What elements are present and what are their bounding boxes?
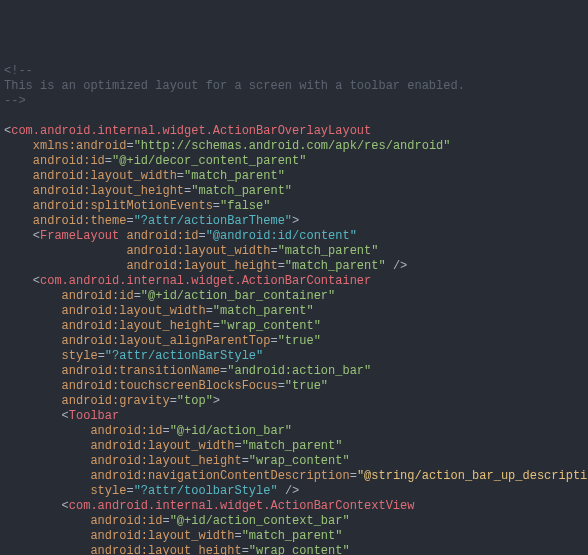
attr-val: "http://schemas.android.com/apk/res/andr… — [134, 139, 451, 153]
attr-name: android:layout_height — [90, 544, 241, 555]
tag-open: com.android.internal.widget.ActionBarCon… — [69, 499, 415, 513]
attr-name: android:layout_width — [90, 439, 234, 453]
attr-name: android:id — [62, 289, 134, 303]
attr-name: android:layout_height — [126, 259, 277, 273]
attr-name: android:id — [90, 514, 162, 528]
attr-val: "wrap_content" — [249, 544, 350, 555]
attr-name: android:layout_width — [62, 304, 206, 318]
attr-name: android:gravity — [62, 394, 170, 408]
attr-name: android:layout_alignParentTop — [62, 334, 271, 348]
attr-name: android:theme — [33, 214, 127, 228]
attr-name: android:layout_height — [90, 454, 241, 468]
attr-val: "@android:id/content" — [206, 229, 357, 243]
attr-name: android:splitMotionEvents — [33, 199, 213, 213]
tag-open: FrameLayout — [40, 229, 119, 243]
attr-val: "true" — [278, 334, 321, 348]
tag-open: com.android.internal.widget.ActionBarOve… — [11, 124, 371, 138]
attr-val: "match_parent" — [191, 184, 292, 198]
attr-val: "match_parent" — [285, 259, 386, 273]
attr-val: "?attr/actionBarStyle" — [105, 349, 263, 363]
attr-val: "@+id/action_context_bar" — [170, 514, 350, 528]
attr-name: android:layout_height — [33, 184, 184, 198]
attr-val: "?attr/toolbarStyle" — [134, 484, 278, 498]
attr-val: "top" — [177, 394, 213, 408]
comment-line: <!-- — [4, 64, 33, 78]
attr-val: "match_parent" — [278, 244, 379, 258]
attr-name: android:transitionName — [62, 364, 220, 378]
attr-val: "android:action_bar" — [227, 364, 371, 378]
tag-open: Toolbar — [69, 409, 119, 423]
attr-name: android:layout_width — [33, 169, 177, 183]
comment-line: This is an optimized layout for a screen… — [4, 79, 465, 93]
attr-val: "match_parent" — [242, 529, 343, 543]
attr-name: android:id — [126, 229, 198, 243]
attr-name: android:layout_height — [62, 319, 213, 333]
code-block: <!-- This is an optimized layout for a s… — [4, 64, 588, 555]
attr-name: android:layout_width — [126, 244, 270, 258]
attr-name: style — [90, 484, 126, 498]
attr-name: android:id — [33, 154, 105, 168]
attr-val: "wrap_content" — [249, 454, 350, 468]
attr-name: android:touchscreenBlocksFocus — [62, 379, 278, 393]
attr-name: android:navigationContentDescription — [90, 469, 349, 483]
attr-val: "match_parent" — [184, 169, 285, 183]
attr-val: "@+id/decor_content_parent" — [112, 154, 306, 168]
attr-name: android:layout_width — [90, 529, 234, 543]
attr-name: xmlns:android — [33, 139, 127, 153]
attr-val: "?attr/actionBarTheme" — [134, 214, 292, 228]
attr-val: "false" — [220, 199, 270, 213]
attr-name: android:id — [90, 424, 162, 438]
comment-line: --> — [4, 94, 26, 108]
attr-val: "@+id/action_bar" — [170, 424, 292, 438]
attr-val: "@string/action_bar_up_description" — [357, 469, 588, 483]
attr-name: style — [62, 349, 98, 363]
attr-val: "@+id/action_bar_container" — [141, 289, 335, 303]
attr-val: "match_parent" — [242, 439, 343, 453]
attr-val: "wrap_content" — [220, 319, 321, 333]
tag-open: com.android.internal.widget.ActionBarCon… — [40, 274, 371, 288]
attr-val: "true" — [285, 379, 328, 393]
attr-val: "match_parent" — [213, 304, 314, 318]
